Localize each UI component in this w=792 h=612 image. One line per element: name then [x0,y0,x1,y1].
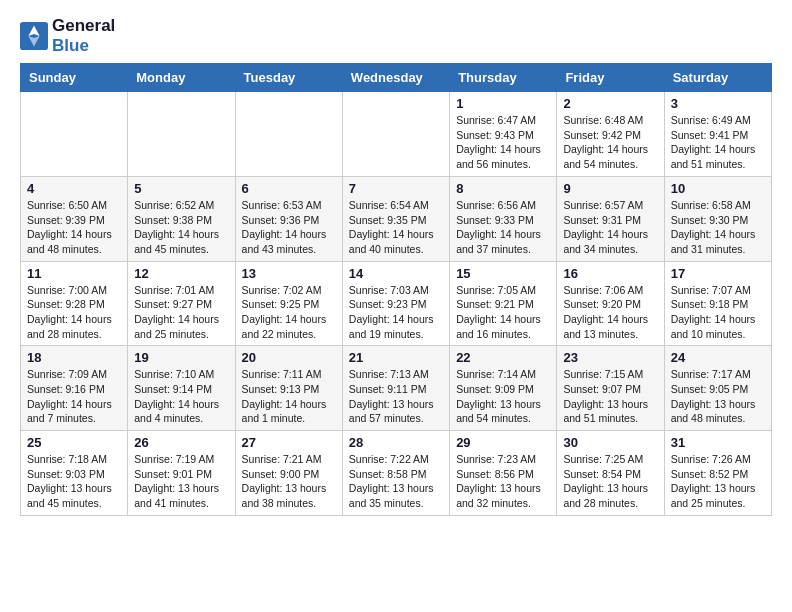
day-detail: Sunrise: 7:19 AM Sunset: 9:01 PM Dayligh… [134,452,228,511]
day-detail: Sunrise: 6:56 AM Sunset: 9:33 PM Dayligh… [456,198,550,257]
calendar-cell: 13Sunrise: 7:02 AM Sunset: 9:25 PM Dayli… [235,261,342,346]
day-number: 26 [134,435,228,450]
day-detail: Sunrise: 6:48 AM Sunset: 9:42 PM Dayligh… [563,113,657,172]
calendar-cell: 14Sunrise: 7:03 AM Sunset: 9:23 PM Dayli… [342,261,449,346]
calendar-cell [342,92,449,177]
day-detail: Sunrise: 7:11 AM Sunset: 9:13 PM Dayligh… [242,367,336,426]
day-detail: Sunrise: 7:26 AM Sunset: 8:52 PM Dayligh… [671,452,765,511]
calendar-cell: 18Sunrise: 7:09 AM Sunset: 9:16 PM Dayli… [21,346,128,431]
day-detail: Sunrise: 7:23 AM Sunset: 8:56 PM Dayligh… [456,452,550,511]
calendar-cell: 20Sunrise: 7:11 AM Sunset: 9:13 PM Dayli… [235,346,342,431]
day-detail: Sunrise: 7:10 AM Sunset: 9:14 PM Dayligh… [134,367,228,426]
day-number: 11 [27,266,121,281]
calendar-cell: 17Sunrise: 7:07 AM Sunset: 9:18 PM Dayli… [664,261,771,346]
calendar-cell [235,92,342,177]
calendar-cell: 27Sunrise: 7:21 AM Sunset: 9:00 PM Dayli… [235,431,342,516]
day-number: 28 [349,435,443,450]
day-detail: Sunrise: 7:17 AM Sunset: 9:05 PM Dayligh… [671,367,765,426]
calendar-cell: 29Sunrise: 7:23 AM Sunset: 8:56 PM Dayli… [450,431,557,516]
day-detail: Sunrise: 7:18 AM Sunset: 9:03 PM Dayligh… [27,452,121,511]
calendar-cell: 4Sunrise: 6:50 AM Sunset: 9:39 PM Daylig… [21,176,128,261]
day-detail: Sunrise: 7:15 AM Sunset: 9:07 PM Dayligh… [563,367,657,426]
day-number: 13 [242,266,336,281]
calendar-cell: 28Sunrise: 7:22 AM Sunset: 8:58 PM Dayli… [342,431,449,516]
page-header: General Blue [20,16,772,55]
col-header-monday: Monday [128,64,235,92]
day-detail: Sunrise: 6:49 AM Sunset: 9:41 PM Dayligh… [671,113,765,172]
calendar-cell: 25Sunrise: 7:18 AM Sunset: 9:03 PM Dayli… [21,431,128,516]
calendar-cell: 15Sunrise: 7:05 AM Sunset: 9:21 PM Dayli… [450,261,557,346]
day-detail: Sunrise: 6:54 AM Sunset: 9:35 PM Dayligh… [349,198,443,257]
calendar-cell: 11Sunrise: 7:00 AM Sunset: 9:28 PM Dayli… [21,261,128,346]
calendar-cell: 24Sunrise: 7:17 AM Sunset: 9:05 PM Dayli… [664,346,771,431]
calendar-table: SundayMondayTuesdayWednesdayThursdayFrid… [20,63,772,516]
day-number: 16 [563,266,657,281]
calendar-cell: 22Sunrise: 7:14 AM Sunset: 9:09 PM Dayli… [450,346,557,431]
day-number: 10 [671,181,765,196]
calendar-cell: 3Sunrise: 6:49 AM Sunset: 9:41 PM Daylig… [664,92,771,177]
calendar-cell: 10Sunrise: 6:58 AM Sunset: 9:30 PM Dayli… [664,176,771,261]
day-number: 18 [27,350,121,365]
day-detail: Sunrise: 7:03 AM Sunset: 9:23 PM Dayligh… [349,283,443,342]
calendar-week-0: 1Sunrise: 6:47 AM Sunset: 9:43 PM Daylig… [21,92,772,177]
calendar-cell: 19Sunrise: 7:10 AM Sunset: 9:14 PM Dayli… [128,346,235,431]
day-number: 5 [134,181,228,196]
calendar-week-4: 25Sunrise: 7:18 AM Sunset: 9:03 PM Dayli… [21,431,772,516]
day-detail: Sunrise: 6:50 AM Sunset: 9:39 PM Dayligh… [27,198,121,257]
day-number: 2 [563,96,657,111]
calendar-page: General Blue SundayMondayTuesdayWednesda… [0,0,792,532]
day-number: 9 [563,181,657,196]
day-detail: Sunrise: 7:13 AM Sunset: 9:11 PM Dayligh… [349,367,443,426]
logo-text: General Blue [52,16,115,55]
day-detail: Sunrise: 7:07 AM Sunset: 9:18 PM Dayligh… [671,283,765,342]
day-detail: Sunrise: 7:02 AM Sunset: 9:25 PM Dayligh… [242,283,336,342]
calendar-week-3: 18Sunrise: 7:09 AM Sunset: 9:16 PM Dayli… [21,346,772,431]
day-detail: Sunrise: 7:22 AM Sunset: 8:58 PM Dayligh… [349,452,443,511]
day-detail: Sunrise: 7:00 AM Sunset: 9:28 PM Dayligh… [27,283,121,342]
day-number: 31 [671,435,765,450]
day-number: 4 [27,181,121,196]
day-number: 30 [563,435,657,450]
day-number: 21 [349,350,443,365]
day-number: 8 [456,181,550,196]
day-number: 12 [134,266,228,281]
calendar-week-2: 11Sunrise: 7:00 AM Sunset: 9:28 PM Dayli… [21,261,772,346]
day-detail: Sunrise: 7:14 AM Sunset: 9:09 PM Dayligh… [456,367,550,426]
calendar-cell: 8Sunrise: 6:56 AM Sunset: 9:33 PM Daylig… [450,176,557,261]
day-detail: Sunrise: 6:58 AM Sunset: 9:30 PM Dayligh… [671,198,765,257]
calendar-header-row: SundayMondayTuesdayWednesdayThursdayFrid… [21,64,772,92]
day-number: 3 [671,96,765,111]
calendar-cell: 12Sunrise: 7:01 AM Sunset: 9:27 PM Dayli… [128,261,235,346]
day-detail: Sunrise: 7:01 AM Sunset: 9:27 PM Dayligh… [134,283,228,342]
day-number: 7 [349,181,443,196]
day-number: 20 [242,350,336,365]
calendar-week-1: 4Sunrise: 6:50 AM Sunset: 9:39 PM Daylig… [21,176,772,261]
col-header-tuesday: Tuesday [235,64,342,92]
calendar-cell: 6Sunrise: 6:53 AM Sunset: 9:36 PM Daylig… [235,176,342,261]
day-detail: Sunrise: 6:47 AM Sunset: 9:43 PM Dayligh… [456,113,550,172]
day-detail: Sunrise: 7:09 AM Sunset: 9:16 PM Dayligh… [27,367,121,426]
day-number: 27 [242,435,336,450]
calendar-cell: 16Sunrise: 7:06 AM Sunset: 9:20 PM Dayli… [557,261,664,346]
day-number: 24 [671,350,765,365]
day-number: 15 [456,266,550,281]
day-number: 25 [27,435,121,450]
day-number: 6 [242,181,336,196]
day-detail: Sunrise: 6:53 AM Sunset: 9:36 PM Dayligh… [242,198,336,257]
day-number: 19 [134,350,228,365]
day-number: 14 [349,266,443,281]
calendar-cell: 2Sunrise: 6:48 AM Sunset: 9:42 PM Daylig… [557,92,664,177]
calendar-cell: 23Sunrise: 7:15 AM Sunset: 9:07 PM Dayli… [557,346,664,431]
col-header-sunday: Sunday [21,64,128,92]
calendar-cell: 7Sunrise: 6:54 AM Sunset: 9:35 PM Daylig… [342,176,449,261]
calendar-cell: 31Sunrise: 7:26 AM Sunset: 8:52 PM Dayli… [664,431,771,516]
day-detail: Sunrise: 7:06 AM Sunset: 9:20 PM Dayligh… [563,283,657,342]
calendar-cell: 1Sunrise: 6:47 AM Sunset: 9:43 PM Daylig… [450,92,557,177]
calendar-cell: 30Sunrise: 7:25 AM Sunset: 8:54 PM Dayli… [557,431,664,516]
day-number: 23 [563,350,657,365]
day-number: 17 [671,266,765,281]
day-detail: Sunrise: 7:05 AM Sunset: 9:21 PM Dayligh… [456,283,550,342]
day-number: 29 [456,435,550,450]
calendar-cell [128,92,235,177]
logo: General Blue [20,16,115,55]
